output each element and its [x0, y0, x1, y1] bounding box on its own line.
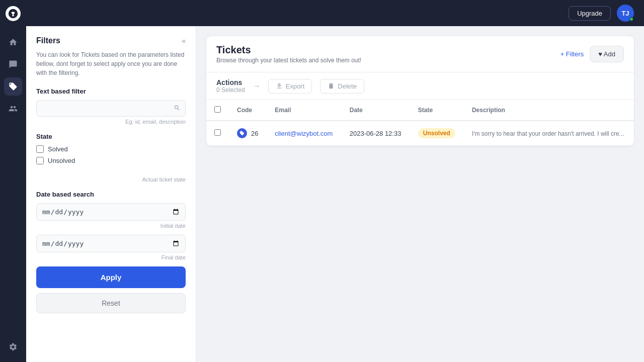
sidebar-item-chat[interactable]: [4, 55, 22, 73]
text-filter-input[interactable]: [36, 100, 186, 117]
filters-button[interactable]: + Filters: [560, 50, 584, 58]
col-state: State: [410, 100, 464, 121]
col-code: Code: [229, 100, 267, 121]
text-filter-wrap: [36, 100, 186, 117]
initial-date-input[interactable]: [36, 203, 186, 221]
sidebar-item-home[interactable]: [4, 33, 22, 51]
text-filter-label: Text based filter: [36, 87, 186, 95]
add-button[interactable]: ♥ Add: [590, 46, 624, 62]
avatar-initials: TJ: [621, 10, 629, 17]
avatar-online-dot: [629, 17, 633, 21]
sidebar-item-users[interactable]: [4, 100, 22, 118]
tickets-panel: Tickets Browse through your latest ticke…: [206, 36, 634, 146]
initial-date-hint: Initial date: [36, 223, 186, 229]
tickets-header: Tickets Browse through your latest ticke…: [206, 36, 634, 72]
actions-bar: Actions 0 Selected → Export Delete: [206, 72, 634, 100]
actions-selected-count: 0 Selected: [216, 86, 245, 94]
search-icon: [174, 104, 181, 113]
collapse-button[interactable]: «: [182, 37, 186, 45]
col-email: Email: [267, 100, 342, 121]
sidebar-item-settings[interactable]: [4, 338, 22, 356]
apply-button[interactable]: Apply: [36, 266, 186, 288]
col-description: Description: [464, 100, 634, 121]
final-date-hint: Final date: [36, 254, 186, 260]
state-label: State: [36, 133, 186, 140]
tickets-tbody: 26 client@wizybot.com 2023-06-28 12:33 U…: [206, 121, 634, 146]
tickets-header-right: + Filters ♥ Add: [560, 46, 624, 62]
row-state: Unsolved: [410, 121, 464, 146]
svg-point-1: [12, 15, 14, 17]
unsolved-label: Unsolved: [48, 157, 75, 164]
filter-header: Filters «: [36, 36, 186, 45]
table-header: Code Email Date State Description: [206, 100, 634, 121]
content-area: Tickets Browse through your latest ticke…: [196, 26, 644, 362]
tickets-title-block: Tickets Browse through your latest ticke…: [216, 44, 361, 64]
state-section: State Solved Unsolved: [36, 133, 186, 168]
ticket-tag-badge: [237, 128, 247, 138]
tickets-table: Code Email Date State Description 26: [206, 100, 634, 146]
reset-button[interactable]: Reset: [36, 293, 186, 313]
avatar[interactable]: TJ: [617, 5, 634, 22]
filter-description: You can look for Tickets based on the pa…: [36, 50, 186, 77]
filter-title: Filters: [36, 36, 60, 45]
tickets-title: Tickets: [216, 44, 361, 56]
actions-title: Actions: [216, 78, 245, 86]
sidebar-item-tags[interactable]: [4, 77, 22, 96]
row-description: I'm sorry to hear that your order hasn't…: [464, 121, 634, 146]
row-email: client@wizybot.com: [267, 121, 342, 146]
delete-button[interactable]: Delete: [320, 79, 364, 94]
date-section-label: Date based search: [36, 191, 186, 198]
row-select-checkbox[interactable]: [214, 129, 221, 136]
email-link[interactable]: client@wizybot.com: [275, 130, 333, 137]
actions-arrow-icon: →: [253, 82, 260, 90]
app-logo: [6, 6, 21, 21]
sidebar-bottom: [4, 338, 22, 356]
topbar: Upgrade TJ: [26, 0, 644, 26]
solved-checkbox-row: Solved: [36, 145, 186, 153]
table-row: 26 client@wizybot.com 2023-06-28 12:33 U…: [206, 121, 634, 146]
text-filter-hint: Eg: id, email, description: [36, 119, 186, 125]
logo-image: [6, 6, 21, 21]
unsolved-checkbox[interactable]: [36, 157, 44, 164]
final-date-input[interactable]: [36, 235, 186, 252]
select-all-th: [206, 100, 229, 121]
state-hint: Actual ticket state: [36, 176, 186, 183]
row-date: 2023-06-28 12:33: [342, 121, 410, 146]
select-all-checkbox[interactable]: [214, 106, 221, 113]
delete-label: Delete: [338, 82, 357, 90]
export-button[interactable]: Export: [268, 79, 312, 94]
solved-checkbox[interactable]: [36, 145, 44, 153]
unsolved-checkbox-row: Unsolved: [36, 157, 186, 164]
col-date: Date: [342, 100, 410, 121]
sidebar: [0, 0, 26, 362]
row-select-td: [206, 121, 229, 146]
upgrade-button[interactable]: Upgrade: [569, 6, 611, 21]
export-label: Export: [286, 82, 305, 90]
row-code: 26: [229, 121, 267, 146]
tickets-subtitle: Browse through your latest tickets and s…: [216, 57, 361, 64]
solved-label: Solved: [48, 145, 68, 153]
actions-label-block: Actions 0 Selected: [216, 78, 245, 94]
state-badge: Unsolved: [418, 128, 455, 138]
filter-panel: Filters « You can look for Tickets based…: [26, 26, 196, 362]
